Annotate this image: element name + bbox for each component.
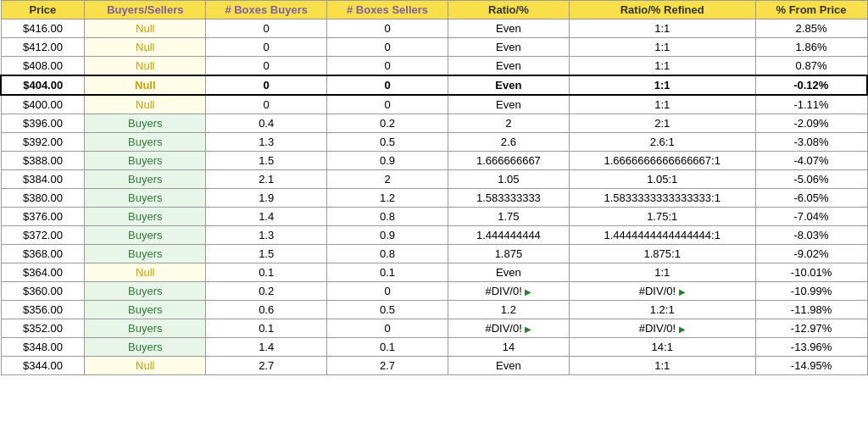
cell-ratio-refined: 1:1 — [569, 95, 755, 114]
table-row: $360.00Buyers0.20#DIV/0! ▶#DIV/0! ▶-10.9… — [1, 282, 867, 301]
cell-boxes-sellers: 2 — [327, 170, 448, 189]
cell-ratio-refined: 2:1 — [569, 114, 755, 133]
cell-from-price: -9.02% — [755, 245, 867, 263]
cell-buyers-sellers: Null — [85, 38, 206, 57]
cell-buyers-sellers: Null — [85, 57, 206, 76]
cell-ratio-refined: 1.75:1 — [569, 208, 755, 226]
cell-ratio: 1.875 — [448, 245, 569, 263]
cell-ratio: Even — [448, 263, 569, 282]
table-row: $364.00Null0.10.1Even1:1-10.01% — [1, 263, 867, 282]
cell-price: $364.00 — [1, 263, 85, 282]
cell-boxes-buyers: 0.1 — [206, 319, 327, 338]
cell-from-price: -12.97% — [755, 319, 867, 338]
cell-price: $384.00 — [1, 170, 85, 189]
cell-boxes-sellers: 0.1 — [327, 338, 448, 357]
cell-ratio-refined: 1:1 — [569, 75, 755, 95]
cell-ratio-refined: 1.875:1 — [569, 245, 755, 263]
cell-price: $412.00 — [1, 38, 85, 57]
cell-ratio: 1.05 — [448, 170, 569, 189]
cell-price: $376.00 — [1, 208, 85, 226]
table-row: $352.00Buyers0.10#DIV/0! ▶#DIV/0! ▶-12.9… — [1, 319, 867, 338]
cell-price: $352.00 — [1, 319, 85, 338]
cell-boxes-sellers: 0.8 — [327, 208, 448, 226]
cell-boxes-sellers: 0 — [327, 319, 448, 338]
cell-ratio-refined: 1:1 — [569, 57, 755, 76]
cell-buyers-sellers: Buyers — [85, 319, 206, 338]
cell-ratio: Even — [448, 95, 569, 114]
cell-from-price: -7.04% — [755, 208, 867, 226]
cell-from-price: -10.01% — [755, 263, 867, 282]
cell-from-price: -13.96% — [755, 338, 867, 357]
cell-price: $388.00 — [1, 152, 85, 170]
table-row: $392.00Buyers1.30.52.62.6:1-3.08% — [1, 133, 867, 152]
cell-price: $356.00 — [1, 301, 85, 319]
cell-from-price: 2.85% — [755, 19, 867, 38]
cell-price: $408.00 — [1, 57, 85, 76]
header-row: Price Buyers/Sellers # Boxes Buyers # Bo… — [1, 1, 867, 19]
cell-ratio: 1.666666667 — [448, 152, 569, 170]
cell-boxes-buyers: 0.4 — [206, 114, 327, 133]
cell-ratio: #DIV/0! ▶ — [448, 319, 569, 338]
cell-boxes-sellers: 0.2 — [327, 114, 448, 133]
cell-boxes-sellers: 0.9 — [327, 226, 448, 245]
table-row: $356.00Buyers0.60.51.21.2:1-11.98% — [1, 301, 867, 319]
cell-from-price: 1.86% — [755, 38, 867, 57]
table-body: $416.00Null00Even1:12.85%$412.00Null00Ev… — [1, 19, 867, 375]
cell-ratio-refined: 1.05:1 — [569, 170, 755, 189]
cell-price: $372.00 — [1, 226, 85, 245]
cell-price: $344.00 — [1, 357, 85, 375]
header-ratio: Ratio/% — [448, 1, 569, 19]
cell-price: $416.00 — [1, 19, 85, 38]
cell-from-price: -4.07% — [755, 152, 867, 170]
cell-boxes-sellers: 0 — [327, 38, 448, 57]
cell-boxes-sellers: 0 — [327, 57, 448, 76]
cell-from-price: -10.99% — [755, 282, 867, 301]
cell-boxes-sellers: 0.8 — [327, 245, 448, 263]
cell-from-price: -0.12% — [755, 75, 867, 95]
cell-boxes-sellers: 0 — [327, 95, 448, 114]
cell-ratio: 2 — [448, 114, 569, 133]
cell-buyers-sellers: Null — [85, 75, 206, 95]
cell-boxes-buyers: 0.2 — [206, 282, 327, 301]
table-row: $380.00Buyers1.91.21.5833333331.58333333… — [1, 189, 867, 208]
cell-boxes-sellers: 0 — [327, 19, 448, 38]
cell-buyers-sellers: Buyers — [85, 208, 206, 226]
cell-boxes-buyers: 0.6 — [206, 301, 327, 319]
cell-price: $360.00 — [1, 282, 85, 301]
cell-boxes-sellers: 0.1 — [327, 263, 448, 282]
cell-ratio-refined: 1.6666666666666667:1 — [569, 152, 755, 170]
cell-boxes-buyers: 0 — [206, 19, 327, 38]
main-table: Price Buyers/Sellers # Boxes Buyers # Bo… — [0, 0, 868, 375]
cell-ratio-refined: 1:1 — [569, 263, 755, 282]
table-row: $404.00Null00Even1:1-0.12% — [1, 75, 867, 95]
cell-buyers-sellers: Buyers — [85, 189, 206, 208]
cell-boxes-buyers: 1.5 — [206, 152, 327, 170]
cell-ratio: 1.75 — [448, 208, 569, 226]
cell-boxes-buyers: 0 — [206, 75, 327, 95]
cell-buyers-sellers: Buyers — [85, 170, 206, 189]
cell-from-price: 0.87% — [755, 57, 867, 76]
cell-from-price: -3.08% — [755, 133, 867, 152]
cell-from-price: -14.95% — [755, 357, 867, 375]
cell-boxes-buyers: 1.3 — [206, 133, 327, 152]
header-price: Price — [1, 1, 85, 19]
cell-boxes-sellers: 0.5 — [327, 133, 448, 152]
cell-price: $392.00 — [1, 133, 85, 152]
cell-price: $368.00 — [1, 245, 85, 263]
cell-boxes-sellers: 0.9 — [327, 152, 448, 170]
cell-boxes-buyers: 2.7 — [206, 357, 327, 375]
cell-price: $380.00 — [1, 189, 85, 208]
cell-buyers-sellers: Buyers — [85, 301, 206, 319]
cell-boxes-buyers: 0 — [206, 95, 327, 114]
cell-price: $396.00 — [1, 114, 85, 133]
cell-price: $348.00 — [1, 338, 85, 357]
cell-boxes-sellers: 0 — [327, 75, 448, 95]
table-row: $372.00Buyers1.30.91.4444444441.44444444… — [1, 226, 867, 245]
cell-price: $400.00 — [1, 95, 85, 114]
cell-ratio-refined: 1:1 — [569, 38, 755, 57]
header-from-price: % From Price — [755, 1, 867, 19]
cell-boxes-sellers: 1.2 — [327, 189, 448, 208]
header-buyers-sellers: Buyers/Sellers — [85, 1, 206, 19]
cell-ratio: 2.6 — [448, 133, 569, 152]
header-boxes-sellers: # Boxes Sellers — [327, 1, 448, 19]
